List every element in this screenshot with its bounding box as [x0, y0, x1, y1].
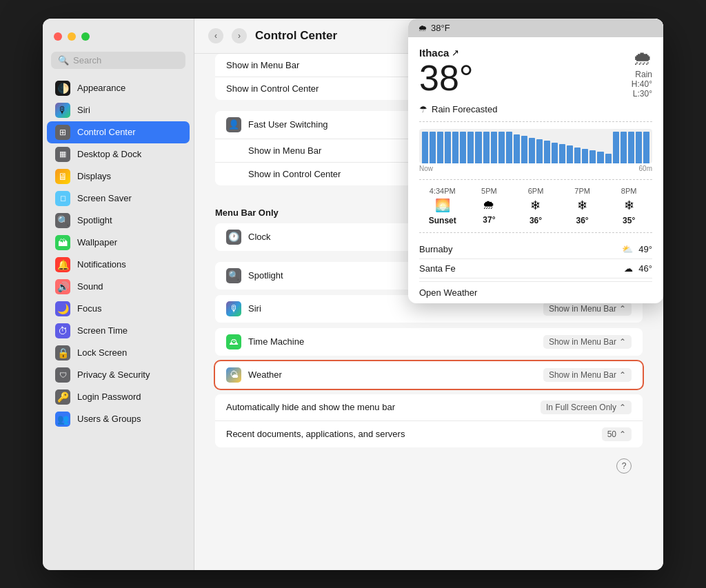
weather-row: 🌤 Weather Show in Menu Bar ⌃ [215, 361, 643, 389]
sidebar-item-lock-screen[interactable]: 🔒 Lock Screen [47, 342, 190, 364]
sidebar-item-label: Siri [77, 105, 90, 115]
forward-button[interactable]: › [232, 28, 247, 43]
siri-icon: 🎙 [55, 103, 70, 118]
hourly-item-0: 4:34PM 🌅 Sunset [419, 187, 466, 225]
login-icon: 🔑 [55, 389, 70, 405]
help-button[interactable]: ? [616, 458, 632, 474]
sidebar-item-label: Appearance [77, 83, 125, 93]
hourly-temp-2: 36° [512, 216, 559, 225]
weather-city-line: Ithaca ↗ [419, 47, 474, 59]
auto-hide-dropdown[interactable]: In Full Screen Only ⌃ [541, 401, 632, 414]
displays-icon: 🖥 [55, 169, 70, 184]
location-santafe-name: Santa Fe [419, 263, 456, 274]
sidebar-item-spotlight[interactable]: 🔍 Spotlight [47, 210, 190, 232]
sidebar-item-siri[interactable]: 🎙 Siri [47, 99, 190, 121]
notifications-icon: 🔔 [55, 257, 70, 272]
weather-city: Ithaca [419, 47, 449, 59]
rain-bar-container: Now 60m [419, 129, 652, 172]
rain-bar-6 [460, 132, 466, 163]
rain-bar-28 [628, 132, 634, 163]
wallpaper-icon: 🏔 [55, 235, 70, 250]
recent-docs-label: Recent documents, applications, and serv… [226, 429, 405, 439]
weather-menubar-bar: 🌧 38°F [408, 19, 663, 37]
weather-right-info: 🌧 Rain H:40° L:30° [632, 47, 652, 99]
sidebar-item-label: Screen Saver [77, 193, 132, 203]
sidebar-item-sound[interactable]: 🔊 Sound [47, 276, 190, 298]
condition-umbrella-icon: ☂ [419, 104, 427, 114]
weather-left: Ithaca ↗ 38° [419, 47, 474, 96]
open-weather-label: Open Weather [419, 287, 477, 298]
recent-docs-dropdown[interactable]: 50 ⌃ [602, 427, 632, 441]
auto-hide-menu-bar-row: Automatically hide and show the menu bar… [215, 394, 643, 421]
hourly-label-0: Sunset [419, 216, 466, 225]
weather-right-condition: Rain [632, 70, 652, 79]
siri-menubar-label: Siri [248, 303, 261, 314]
back-button[interactable]: ‹ [208, 28, 223, 43]
desktop-dock-icon: ▦ [55, 147, 70, 162]
sidebar-item-users[interactable]: 👥 Users & Groups [47, 408, 190, 430]
rain-bar-7 [467, 132, 474, 163]
sidebar-item-displays[interactable]: 🖥 Displays [47, 165, 190, 187]
rain-bars [419, 129, 652, 163]
weather-content: 🌤 Weather [226, 367, 282, 383]
search-bar[interactable]: 🔍 Search [51, 52, 185, 69]
sidebar-item-label: Desktop & Dock [77, 149, 141, 159]
row-label: Show in Menu Bar [226, 145, 321, 156]
sidebar-item-label: Control Center [77, 127, 136, 137]
rain-bar-23 [589, 150, 596, 163]
rain-bar-11 [498, 132, 505, 163]
weather-icon: 🌤 [226, 367, 241, 383]
sidebar-item-desktop-dock[interactable]: ▦ Desktop & Dock [47, 143, 190, 165]
condition-text: Rain Forecasted [432, 104, 497, 114]
location-santafe-right: ☁ 46° [624, 263, 652, 274]
sidebar-item-label: Focus [77, 303, 101, 314]
rain-bar-15 [529, 138, 535, 163]
siri-dropdown[interactable]: Show in Menu Bar ⌃ [543, 302, 632, 316]
rain-bar-30 [643, 132, 649, 163]
time-machine-dropdown-label: Show in Menu Bar [549, 337, 616, 347]
divider2 [419, 179, 652, 180]
sidebar-item-label: Lock Screen [77, 347, 127, 358]
sidebar-item-screen-time[interactable]: ⏱ Screen Time [47, 320, 190, 342]
rain-bar-22 [582, 149, 588, 163]
maximize-button[interactable] [81, 32, 90, 41]
sidebar: 🔍 Search 🌓 Appearance 🎙 Siri ⊞ Control C… [43, 19, 194, 570]
control-center-icon: ⊞ [55, 125, 70, 140]
close-button[interactable] [54, 32, 62, 41]
rain-bar-13 [514, 134, 520, 163]
sidebar-item-focus[interactable]: 🌙 Focus [47, 298, 190, 320]
sidebar-item-appearance[interactable]: 🌓 Appearance [47, 77, 190, 99]
search-input[interactable]: Search [73, 55, 101, 65]
time-machine-dropdown[interactable]: Show in Menu Bar ⌃ [543, 335, 632, 349]
spotlight-menubar-icon: 🔍 [226, 268, 241, 283]
sidebar-item-screen-saver[interactable]: ◻ Screen Saver [47, 187, 190, 210]
siri-row-content: 🎙 Siri [226, 301, 261, 316]
sidebar-item-label: Wallpaper [77, 237, 117, 247]
location-santafe-temp: 46° [638, 263, 652, 274]
rain-bar-24 [597, 152, 603, 163]
weather-popup-body: Ithaca ↗ 38° 🌧 Rain H:40° L:30° ☂ Rain F… [408, 37, 663, 303]
weather-city-temp-row: Ithaca ↗ 38° 🌧 Rain H:40° L:30° [419, 47, 652, 99]
search-icon: 🔍 [58, 55, 69, 65]
sidebar-item-privacy[interactable]: 🛡 Privacy & Security [47, 364, 190, 386]
row-label: Show in Menu Bar [226, 60, 299, 70]
sidebar-item-control-center[interactable]: ⊞ Control Center [47, 121, 190, 143]
sidebar-item-wallpaper[interactable]: 🏔 Wallpaper [47, 232, 190, 254]
minimize-button[interactable] [68, 32, 76, 41]
siri-menubar-icon: 🎙 [226, 301, 241, 316]
weather-dropdown-chevron: ⌃ [619, 370, 626, 380]
hourly-icon-3: ❄ [559, 198, 606, 213]
rain-bar-labels: Now 60m [419, 165, 652, 172]
rain-bar-10 [491, 132, 497, 163]
siri-dropdown-chevron: ⌃ [619, 304, 626, 314]
weather-dropdown[interactable]: Show in Menu Bar ⌃ [543, 368, 632, 382]
sidebar-item-notifications[interactable]: 🔔 Notifications [47, 254, 190, 276]
sidebar-item-login[interactable]: 🔑 Login Password [47, 386, 190, 408]
sidebar-item-label: Notifications [77, 259, 126, 270]
hourly-item-2: 6PM ❄ 36° [512, 187, 559, 225]
rain-bar-25 [605, 154, 612, 163]
open-weather-button[interactable]: Open Weather [419, 281, 652, 303]
recent-docs-dropdown-label: 50 [607, 429, 616, 439]
rain-bar-3 [437, 132, 443, 163]
hourly-temp-1: 37° [466, 215, 513, 225]
